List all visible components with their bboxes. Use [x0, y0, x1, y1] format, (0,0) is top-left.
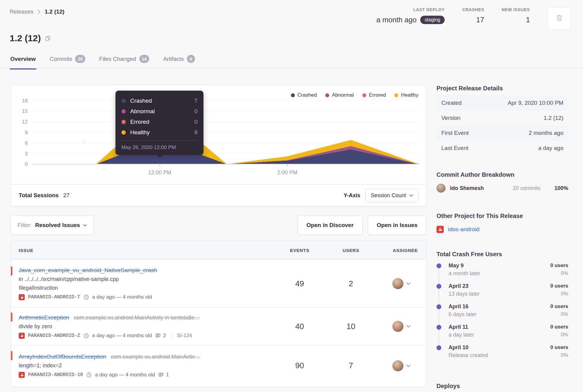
unhandled-indicator [11, 313, 12, 322]
environment-badge: staging [420, 16, 445, 24]
assignee-selector[interactable] [377, 321, 426, 332]
release-version-title: 1.2 (12) [10, 33, 41, 43]
assignee-selector[interactable] [377, 278, 426, 289]
filter-dropdown[interactable]: Filter: Resolved Issues [11, 216, 94, 235]
copy-icon[interactable] [45, 35, 51, 42]
issue-age: a day ago — 4 months old [92, 333, 152, 339]
table-row[interactable]: ArrayIndexOutOfBoundsException com.examp… [11, 345, 426, 386]
linked-ticket[interactable]: SI-124 [172, 333, 192, 339]
chevron-down-icon [409, 194, 413, 197]
open-in-issues-button[interactable]: Open in Issues [368, 216, 427, 235]
svg-text:18: 18 [22, 98, 28, 104]
detail-value: 1.2 (12) [544, 115, 563, 121]
legend-item-crashed[interactable]: Crashed [291, 92, 317, 98]
issue-users-count: 7 [325, 361, 377, 370]
tab-files-changed[interactable]: Files Changed 14 [99, 55, 149, 70]
delete-release-button[interactable] [547, 7, 571, 30]
tooltip-row-healthy: Healthy 9 [121, 127, 197, 138]
chart-legend: Crashed Abnormal Errored Healthy [291, 92, 418, 98]
y-axis-label: Y-Axis [344, 192, 360, 199]
comments-count: 1 [158, 372, 169, 378]
legend-item-healthy[interactable]: Healthy [394, 92, 418, 98]
issue-title-link[interactable]: Java_com_example_vu_android_NativeSample… [19, 267, 157, 274]
open-in-discover-button[interactable]: Open in Discover [298, 216, 363, 235]
release-tabs: Overview Commits 20 Files Changed 14 Art… [10, 55, 195, 70]
timeline-percent: 0% [550, 291, 568, 297]
legend-item-errored[interactable]: Errored [362, 92, 386, 98]
detail-label: Last Event [441, 145, 468, 151]
table-row[interactable]: ArithmeticException com.example.vu.andro… [11, 308, 426, 345]
breadcrumb-releases-link[interactable]: Releases [10, 8, 33, 15]
detail-value: a day ago [538, 145, 563, 151]
tooltip-crashed-value: 7 [194, 98, 197, 104]
timeline-users: 0 users [550, 324, 568, 330]
y-axis-dropdown[interactable]: Session Count [365, 189, 418, 202]
avatar [392, 278, 404, 289]
svg-text:12:00 PM: 12:00 PM [148, 170, 171, 176]
tab-artifacts[interactable]: Artifacts 0 [163, 55, 195, 70]
svg-text:12: 12 [22, 119, 28, 125]
issue-culprit: com.example.vu.android.MainActiv… [111, 354, 200, 360]
timeline-date: May 9 [449, 263, 550, 269]
timeline-note: Release created [449, 352, 550, 359]
files-changed-count-badge: 14 [139, 55, 150, 63]
total-sessions-label: Total Sessions [19, 192, 59, 199]
table-row[interactable]: Java_com_example_vu_android_NativeSample… [11, 260, 426, 308]
comments-value: 1 [166, 372, 169, 378]
other-project-row: idos-android [436, 225, 568, 234]
legend-item-abnormal[interactable]: Abnormal [325, 92, 354, 98]
release-details-title: Project Release Details [436, 85, 568, 92]
svg-text:3: 3 [25, 151, 28, 157]
sessions-chart-panel: Crashed Abnormal Errored Healthy 1815129… [11, 85, 427, 207]
other-project-link[interactable]: idos-android [448, 226, 480, 233]
page-title: 1.2 (12) [10, 33, 51, 43]
clock-icon [84, 294, 89, 300]
healthy-dot-icon [121, 130, 126, 135]
list-item: May 9 a month later 0 users 0% [436, 263, 568, 283]
timeline-users: 0 users [550, 303, 568, 310]
tooltip-row-abnormal: Abnormal 0 [121, 106, 197, 117]
stat-last-deploy: LAST DEPLOY a month ago staging [376, 7, 445, 24]
breadcrumb: Releases 1.2 (12) [10, 8, 65, 15]
issue-title-link[interactable]: ArithmeticException [19, 314, 69, 321]
stat-crashes: CRASHES 17 [462, 7, 484, 24]
issue-subtitle: IllegalInstruction [19, 285, 274, 291]
timeline-note: a day later [449, 332, 550, 338]
tab-commits[interactable]: Commits 20 [50, 55, 86, 70]
chevron-down-icon [406, 282, 411, 285]
issue-title-link[interactable]: ArrayIndexOutOfBoundsException [19, 353, 106, 360]
tab-overview[interactable]: Overview [10, 55, 36, 70]
tooltip-healthy-label: Healthy [130, 129, 190, 136]
chart-footer: Total Sessions 27 Y-Axis Session Count [11, 184, 426, 206]
timeline-dot-icon [436, 284, 441, 289]
issue-location: in ../../../../src/main/cpp/native-sampl… [19, 276, 274, 282]
issue-events-count: 49 [274, 279, 325, 288]
assignee-selector[interactable] [377, 360, 426, 372]
author-commit-count: 20 commits [513, 185, 540, 191]
timeline-percent: 0% [550, 270, 568, 276]
timeline-users: 0 users [550, 344, 568, 350]
timeline-date: April 10 [449, 344, 550, 351]
legend-healthy-label: Healthy [401, 92, 418, 98]
comments-value: 2 [163, 333, 166, 339]
tab-overview-label: Overview [10, 56, 36, 62]
release-header-stats: LAST DEPLOY a month ago staging CRASHES … [376, 7, 571, 30]
crash-free-timeline: May 9 a month later 0 users 0% April 23 … [436, 263, 568, 365]
list-item: April 11 a day later 0 users 0% [436, 324, 568, 344]
svg-text:0: 0 [25, 161, 28, 167]
project-slug: PARANOID-ANDROID-10 [28, 372, 83, 378]
sessions-area-chart[interactable]: 181512963012:00 PM2:00 PM [11, 85, 426, 181]
issue-culprit: com.example.vu.android.MainActivity in l… [74, 315, 200, 321]
timeline-dot-icon [436, 263, 441, 268]
java-platform-icon [436, 226, 444, 233]
author-name: Ido Shemesh [450, 185, 513, 191]
crashed-dot-icon [291, 93, 295, 97]
last-deploy-value: a month ago [376, 16, 416, 24]
chevron-down-icon [406, 325, 411, 328]
timeline-percent: 0% [550, 311, 568, 317]
tooltip-divider [121, 140, 197, 141]
tooltip-errored-value: 0 [194, 119, 197, 125]
tab-artifacts-label: Artifacts [163, 56, 184, 62]
issues-toolbar: Filter: Resolved Issues Open in Discover… [11, 216, 427, 235]
tooltip-row-crashed: Crashed 7 [121, 95, 197, 106]
